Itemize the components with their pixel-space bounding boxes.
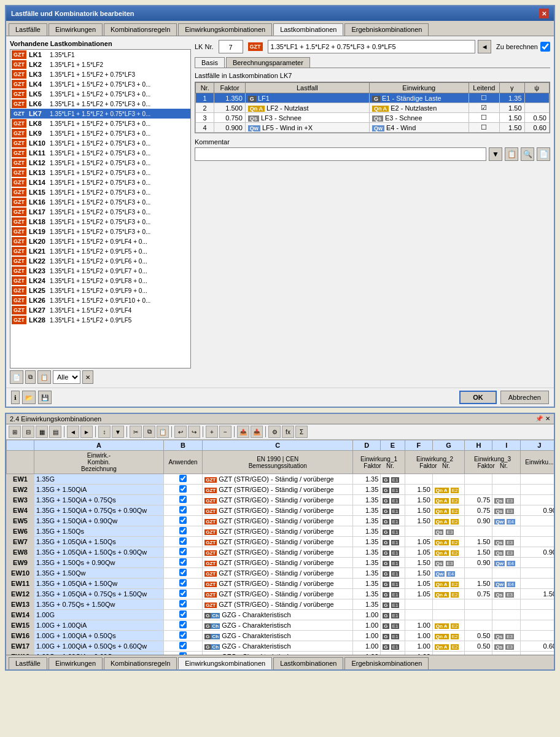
lk-list-item[interactable]: GZTLK201.35*LF1 + 1.5*LF2 + 0.9*LF4 + 0.…	[10, 236, 190, 246]
lk-list-item[interactable]: GZTLK81.35*LF1 + 1.5*LF2 + 0.75*LF3 + 0.…	[10, 119, 190, 128]
ss-del-row-btn[interactable]: −	[219, 426, 231, 438]
ss-col-h[interactable]: H	[465, 440, 492, 451]
ss-grid-btn[interactable]: ⊞	[9, 426, 21, 438]
bottom-tab-einwirkungen[interactable]: Einwirkungen	[49, 657, 103, 669]
ss-sort-btn[interactable]: ↕	[98, 426, 111, 438]
ss-redo-btn[interactable]: ↪	[188, 426, 200, 438]
lk-list-item[interactable]: GZTLK141.35*LF1 + 1.5*LF2 + 0.75*LF3 + 0…	[10, 177, 190, 187]
zu-berechnen-checkbox[interactable]	[540, 42, 550, 52]
lk-list-item[interactable]: GZTLK101.35*LF1 + 1.5*LF2 + 0.75*LF3 + 0…	[10, 138, 190, 148]
lk-list-item[interactable]: GZTLK151.35*LF1 + 1.5*LF2 + 0.75*LF3 + 0…	[10, 187, 190, 197]
ss-row[interactable]: EW2 1.35G + 1.50QiA GZT GZT (STR/GEO) - …	[7, 485, 554, 495]
ss-anwenden[interactable]	[163, 537, 202, 547]
ss-row[interactable]: EW13 1.35G + 0.75Qs + 1.50Qw GZT GZT (ST…	[7, 599, 554, 610]
ss-anwenden[interactable]	[163, 589, 202, 599]
lastfall-row[interactable]: 3 0.750 Qs LF3 - Schnee Qs E3 - Schnee ☐…	[196, 113, 550, 123]
lk-list-item[interactable]: GZTLK231.35*LF1 + 1.5*LF2 + 0.9*LF7 + 0.…	[10, 266, 190, 276]
ss-row[interactable]: EW17 1.00G + 1.00QiA + 0.50Qs + 0.60Qw G…	[7, 641, 554, 652]
lk-list-item[interactable]: GZTLK61.35*LF1 + 1.5*LF2 + 0.75*LF3 + 0.…	[10, 99, 190, 109]
lk-list-item[interactable]: GZTLK271.35*LF1 + 1.5*LF2 + 0.9*LF4	[10, 305, 190, 315]
ss-anwenden[interactable]	[163, 474, 202, 485]
lk-list-item[interactable]: GZTLK31.35*LF1 + 1.5*LF2 + 0.75*LF3	[10, 69, 190, 79]
lk-list-item[interactable]: GZTLK71.35*LF1 + 1.5*LF2 + 0.75*LF3 + 0.…	[10, 109, 190, 119]
ss-anwenden[interactable]	[163, 568, 202, 579]
ok-button[interactable]: OK	[459, 391, 497, 404]
ss-anwenden[interactable]	[163, 558, 202, 568]
ss-anwenden[interactable]	[163, 495, 202, 505]
lk-list-item[interactable]: GZTLK111.35*LF1 + 1.5*LF2 + 0.75*LF3 + 0…	[10, 148, 190, 158]
ss-row[interactable]: EW7 1.35G + 1.05QiA + 1.50Qs GZT GZT (ST…	[7, 537, 554, 547]
lk-list-item[interactable]: GZTLK41.35*LF1 + 1.5*LF2 + 0.75*LF3 + 0.…	[10, 79, 190, 89]
ss-formula-btn[interactable]: fx	[282, 426, 294, 438]
inner-tab-berechnungsparameter[interactable]: Berechnungsparameter	[226, 57, 310, 68]
ss-calc-btn[interactable]: Σ	[295, 426, 308, 438]
bottom-tab-lastfaelle[interactable]: Lastfälle	[9, 657, 47, 669]
ss-col-b[interactable]: B	[163, 440, 202, 451]
ss-anwenden[interactable]	[163, 526, 202, 537]
bottom-tab-einwirkungskombinationen[interactable]: Einwirkungskombinationen	[178, 657, 272, 669]
lk-list-item[interactable]: GZTLK181.35*LF1 + 1.5*LF2 + 0.75*LF3 + 0…	[10, 217, 190, 227]
ss-row[interactable]: EW11 1.35G + 1.05QiA + 1.50Qw GZT GZT (S…	[7, 579, 554, 589]
lk-list-item[interactable]: GZTLK191.35*LF1 + 1.5*LF2 + 0.75*LF3 + 0…	[10, 227, 190, 236]
add-lk-button[interactable]: 📄	[10, 370, 23, 384]
ss-anwenden[interactable]	[163, 620, 202, 631]
ss-grid2-btn[interactable]: ⊟	[22, 426, 34, 438]
ss-col-d[interactable]: D	[353, 440, 381, 451]
lastfall-row[interactable]: 1 1.350 G LF1 G E1 - Ständige Laste ☐ 1.…	[196, 93, 550, 103]
ss-row[interactable]: EW16 1.00G + 1.00QiA + 0.50Qs GCh GZG - …	[7, 631, 554, 641]
ss-anwenden[interactable]	[163, 641, 202, 652]
lk-list-item[interactable]: GZTLK131.35*LF1 + 1.5*LF2 + 0.75*LF3 + 0…	[10, 168, 190, 177]
inner-tab-basis[interactable]: Basis	[195, 57, 225, 68]
tab-kombinationsregeln[interactable]: Kombinationsregeln	[104, 23, 177, 36]
lk-list[interactable]: GZTLK11.35*LF1GZTLK21.35*LF1 + 1.5*LF2GZ…	[10, 49, 191, 368]
lk-list-item[interactable]: GZTLK161.35*LF1 + 1.5*LF2 + 0.75*LF3 + 0…	[10, 197, 190, 207]
tab-ergebniskombinationen[interactable]: Ergebniskombinationen	[344, 23, 429, 36]
ss-settings-btn[interactable]: ⚙	[268, 426, 281, 438]
dialog-close-button[interactable]: ✕	[539, 9, 549, 18]
lastfaelle-table-container[interactable]: Nr. Faktor Lastfall Einwirkung Leitend γ…	[195, 82, 550, 133]
lk-list-item[interactable]: GZTLK261.35*LF1 + 1.5*LF2 + 0.9*LF10 + 0…	[10, 295, 190, 305]
bottom-tab-kombinationsregeln[interactable]: Kombinationsregeln	[104, 657, 177, 669]
ss-col-j[interactable]: J	[520, 440, 554, 451]
ss-anwenden[interactable]	[163, 631, 202, 641]
lastfall-row[interactable]: 4 0.900 Qw LF5 - Wind in +X Qw E4 - Wind…	[196, 123, 550, 133]
bezeichnung-arrow-button[interactable]: ◄	[478, 40, 491, 53]
kommentar-search-button[interactable]: 🔍	[521, 147, 534, 161]
ss-nav-right-btn[interactable]: ►	[80, 426, 93, 438]
ss-row[interactable]: EW6 1.35G + 1.50Qs GZT GZT (STR/GEO) - S…	[7, 526, 554, 537]
lk-list-item[interactable]: GZTLK281.35*LF1 + 1.5*LF2 + 0.9*LF5	[10, 315, 190, 325]
footer-open-button[interactable]: 📂	[22, 391, 36, 404]
tab-lastfaelle[interactable]: Lastfälle	[9, 23, 47, 36]
ss-row[interactable]: EW3 1.35G + 1.50QiA + 0.75Qs GZT GZT (ST…	[7, 495, 554, 505]
ss-row[interactable]: EW14 1.00G GCh GZG - Charakteristisch 1.…	[7, 610, 554, 620]
footer-save-button[interactable]: 💾	[38, 391, 52, 404]
lk-list-item[interactable]: GZTLK11.35*LF1	[10, 50, 190, 60]
ss-col-e[interactable]: E	[381, 440, 405, 451]
ss-row[interactable]: EW5 1.35G + 1.50QiA + 0.90Qw GZT GZT (ST…	[7, 516, 554, 526]
ss-anwenden[interactable]	[163, 485, 202, 495]
lk-list-item[interactable]: GZTLK171.35*LF1 + 1.5*LF2 + 0.75*LF3 + 0…	[10, 207, 190, 217]
ss-col-c[interactable]: C	[203, 440, 353, 451]
ss-copy-btn[interactable]: ⧉	[143, 426, 155, 438]
ss-anwenden[interactable]	[163, 610, 202, 620]
lk-list-item[interactable]: GZTLK121.35*LF1 + 1.5*LF2 + 0.75*LF3 + 0…	[10, 158, 190, 168]
lk-list-item[interactable]: GZTLK91.35*LF1 + 1.5*LF2 + 0.75*LF3 + 0.…	[10, 128, 190, 138]
lk-list-item[interactable]: GZTLK221.35*LF1 + 1.5*LF2 + 0.9*LF6 + 0.…	[10, 256, 190, 266]
lk-list-item[interactable]: GZTLK21.35*LF1 + 1.5*LF2	[10, 60, 190, 69]
ss-cut-btn[interactable]: ✂	[130, 426, 142, 438]
ss-col-btn[interactable]: ▤	[49, 426, 61, 438]
bottom-tab-lastkombinationen[interactable]: Lastkombinationen	[273, 657, 343, 669]
lk-list-item[interactable]: GZTLK51.35*LF1 + 1.5*LF2 + 0.75*LF3 + 0.…	[10, 89, 190, 99]
close-spreadsheet-icon[interactable]: ✕	[545, 415, 550, 423]
filter-dropdown[interactable]: Alle	[53, 370, 80, 384]
ss-col-f[interactable]: F	[405, 440, 432, 451]
kommentar-more-button[interactable]: 📄	[537, 147, 550, 161]
lk-list-item[interactable]: GZTLK211.35*LF1 + 1.5*LF2 + 0.9*LF5 + 0.…	[10, 246, 190, 256]
delete-lk-button[interactable]: 📋	[37, 370, 51, 384]
ss-anwenden[interactable]	[163, 579, 202, 589]
ss-filter-btn[interactable]: ▼	[112, 426, 124, 438]
tab-lastkombinationen[interactable]: Lastkombinationen	[273, 23, 343, 36]
ss-col-g[interactable]: G	[432, 440, 465, 451]
bottom-tab-ergebniskombinationen[interactable]: Ergebniskombinationen	[344, 657, 429, 669]
kommentar-edit-button[interactable]: 📋	[505, 147, 518, 161]
